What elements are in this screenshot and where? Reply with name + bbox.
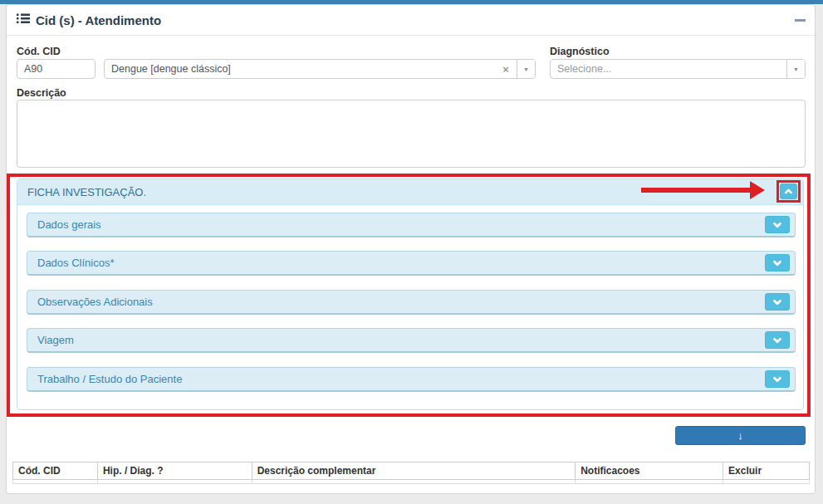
accordion-section-label: Viagem [37,334,765,346]
column-header-excluir: Excluir [723,462,810,480]
accordion-section-trabalho-estudo[interactable]: Trabalho / Estudo do Paciente [27,367,796,392]
expand-section-button[interactable] [765,293,790,311]
chevron-down-icon [771,335,784,346]
chevron-down-icon[interactable]: ▼ [786,60,805,78]
table-header-row: Cód. CID Hip. / Diag. ? Descrição comple… [13,462,810,480]
descricao-label: Descrição [17,87,66,99]
page-title: Cid (s) - Atendimento [36,13,161,27]
expand-section-button[interactable] [765,254,790,272]
arrow-down-icon: ↓ [737,429,743,442]
diagnostico-placeholder: Selecione... [551,63,786,75]
expand-section-button[interactable] [765,370,790,388]
ficha-investigacao-title: FICHA INVESTIGAÇÃO. [27,186,146,198]
accordion-section-dados-clinicos[interactable]: Dados Clínicos* [27,251,796,276]
column-header-descricao-complementar: Descrição complementar [252,462,576,480]
accordion-section-label: Dados gerais [37,218,765,231]
diagnostico-label: Diagnóstico [550,46,610,57]
panel-header: Cid (s) - Atendimento [17,12,161,28]
accordion-section-label: Trabalho / Estudo do Paciente [37,373,765,385]
cid-results-table: Cód. CID Hip. / Diag. ? Descrição comple… [12,462,810,484]
annotation-arrow-head [750,181,765,199]
chevron-down-icon[interactable]: ▼ [517,60,535,78]
ficha-collapse-button[interactable] [780,183,797,199]
clear-icon[interactable]: × [495,63,517,76]
chevron-down-icon [771,257,784,269]
list-icon [17,12,30,28]
column-header-cod-cid: Cód. CID [13,462,98,480]
expand-section-button[interactable] [765,331,790,349]
accordion-section-observacoes-adicionais[interactable]: Observações Adicionais [27,290,796,315]
diagnostico-select[interactable]: Selecione... ▼ [550,59,806,79]
chevron-down-icon [771,219,784,231]
chevron-down-icon [771,296,784,308]
chevron-down-icon [771,374,784,385]
chevron-up-icon [782,186,795,197]
accordion-section-viagem[interactable]: Viagem [27,328,796,353]
accordion-section-label: Observações Adicionais [37,296,765,308]
cid-combobox-value: Dengue [dengue clássico] [105,63,495,75]
accordion-section-label: Dados Clínicos* [37,257,765,269]
table-empty-row [13,480,810,484]
move-down-button[interactable]: ↓ [675,426,806,445]
header-divider [7,35,815,36]
cod-cid-input[interactable] [17,59,96,79]
expand-section-button[interactable] [765,216,790,233]
column-header-hip-diag: Hip. / Diag. ? [97,462,252,480]
cid-description-combobox[interactable]: Dengue [dengue clássico] × ▼ [104,59,536,79]
accordion-section-dados-gerais[interactable]: Dados gerais [27,213,796,237]
minimize-icon [795,19,806,22]
column-header-notificacoes: Notificacoes [576,462,723,480]
descricao-textarea[interactable] [17,100,806,168]
annotation-arrow [641,188,751,193]
panel-minimize-button[interactable] [791,13,809,27]
cod-cid-label: Cód. CID [17,46,61,57]
